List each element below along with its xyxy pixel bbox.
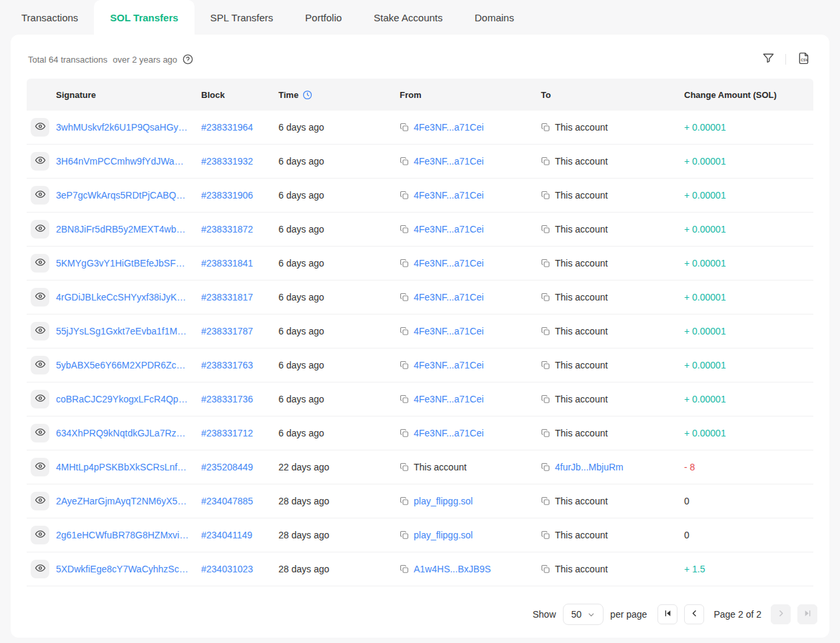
copy-icon[interactable] [541, 326, 550, 336]
signature-link[interactable]: 55jJYsLSg1Gxkt7eEvba1f1M… [56, 326, 187, 336]
copy-icon[interactable] [400, 530, 409, 540]
signature-link[interactable]: 2BN8JiFr5dRB5y2MEXT4wb… [56, 224, 186, 235]
from-address[interactable]: A1w4HS...BxJB9S [414, 564, 491, 574]
to-address[interactable]: This account [555, 530, 608, 540]
copy-icon[interactable] [400, 564, 409, 574]
block-link[interactable]: #238331964 [201, 122, 253, 133]
to-address[interactable]: This account [555, 122, 608, 133]
preview-transaction-button[interactable] [31, 526, 49, 544]
copy-icon[interactable] [400, 259, 409, 268]
block-link[interactable]: #238331736 [201, 394, 253, 404]
copy-icon[interactable] [400, 428, 409, 438]
tab-sol-transfers[interactable]: SOL Transfers [94, 0, 194, 35]
tab-domains[interactable]: Domains [459, 0, 530, 35]
block-link[interactable]: #238331712 [201, 428, 253, 438]
from-address[interactable]: 4Fe3NF...a71Cei [414, 428, 484, 438]
copy-icon[interactable] [541, 530, 550, 540]
from-address[interactable]: 4Fe3NF...a71Cei [414, 190, 484, 201]
signature-link[interactable]: 4MHtLp4pPSKBbXkSCRsLnf… [56, 462, 187, 472]
clock-icon[interactable] [302, 90, 312, 100]
copy-icon[interactable] [541, 191, 550, 200]
copy-icon[interactable] [541, 564, 550, 574]
from-address[interactable]: 4Fe3NF...a71Cei [414, 122, 484, 133]
signature-link[interactable]: coBRaCJC29YkogxLFcR4Qp… [56, 394, 188, 404]
preview-transaction-button[interactable] [31, 492, 49, 510]
last-page-button[interactable] [797, 604, 817, 624]
filter-button[interactable] [761, 51, 776, 68]
to-address[interactable]: This account [555, 394, 608, 404]
preview-transaction-button[interactable] [31, 220, 49, 239]
preview-transaction-button[interactable] [31, 118, 49, 137]
preview-transaction-button[interactable] [31, 288, 49, 307]
block-link[interactable]: #238331932 [201, 156, 253, 167]
help-circle-icon[interactable] [183, 54, 193, 65]
copy-icon[interactable] [541, 428, 550, 438]
copy-icon[interactable] [400, 191, 409, 200]
block-link[interactable]: #238331763 [201, 360, 253, 370]
to-address[interactable]: This account [555, 190, 608, 201]
copy-icon[interactable] [541, 462, 550, 472]
from-address[interactable]: 4Fe3NF...a71Cei [414, 258, 484, 269]
preview-transaction-button[interactable] [31, 390, 49, 408]
copy-icon[interactable] [400, 123, 409, 132]
from-address[interactable]: 4Fe3NF...a71Cei [414, 326, 484, 336]
signature-link[interactable]: 2g61eHCWfuBR78G8HZMxvi… [56, 530, 189, 540]
copy-icon[interactable] [541, 157, 550, 166]
preview-transaction-button[interactable] [31, 458, 49, 476]
first-page-button[interactable] [657, 604, 677, 624]
preview-transaction-button[interactable] [31, 560, 49, 578]
to-address[interactable]: This account [555, 564, 608, 574]
from-address[interactable]: 4Fe3NF...a71Cei [414, 394, 484, 404]
export-csv-button[interactable]: CSV [795, 50, 812, 69]
preview-transaction-button[interactable] [31, 424, 49, 442]
copy-icon[interactable] [400, 157, 409, 166]
signature-link[interactable]: 3eP7gcWkArqs5RDtPjCABQ… [56, 190, 186, 201]
next-page-button[interactable] [771, 604, 791, 624]
preview-transaction-button[interactable] [31, 356, 49, 374]
signature-link[interactable]: 3H64nVmPCCmhw9fYdJWa… [56, 156, 184, 167]
block-link[interactable]: #238331872 [201, 224, 253, 235]
copy-icon[interactable] [400, 293, 409, 302]
from-address[interactable]: play_flipgg.sol [414, 496, 473, 506]
to-address[interactable]: This account [555, 496, 608, 506]
tab-spl-transfers[interactable]: SPL Transfers [195, 0, 289, 35]
prev-page-button[interactable] [684, 604, 704, 624]
copy-icon[interactable] [541, 496, 550, 506]
copy-icon[interactable] [400, 496, 409, 506]
preview-transaction-button[interactable] [31, 186, 49, 205]
to-address[interactable]: This account [555, 360, 608, 370]
preview-transaction-button[interactable] [31, 254, 49, 273]
tab-portfolio[interactable]: Portfolio [289, 0, 358, 35]
to-address[interactable]: This account [555, 156, 608, 167]
preview-transaction-button[interactable] [31, 152, 49, 171]
copy-icon[interactable] [400, 462, 409, 472]
block-link[interactable]: #238331841 [201, 258, 253, 269]
block-link[interactable]: #238331817 [201, 292, 253, 303]
copy-icon[interactable] [541, 259, 550, 268]
from-address[interactable]: play_flipgg.sol [414, 530, 473, 540]
preview-transaction-button[interactable] [31, 322, 49, 340]
from-address[interactable]: 4Fe3NF...a71Cei [414, 156, 484, 167]
to-address[interactable]: This account [555, 224, 608, 235]
copy-icon[interactable] [541, 293, 550, 302]
signature-link[interactable]: 4rGDiJBLkeCcSHYyxf38iJyK… [56, 292, 186, 303]
tab-stake-accounts[interactable]: Stake Accounts [358, 0, 458, 35]
to-address[interactable]: This account [555, 292, 608, 303]
copy-icon[interactable] [400, 326, 409, 336]
from-address[interactable]: This account [414, 462, 466, 472]
block-link[interactable]: #234041149 [201, 530, 252, 540]
copy-icon[interactable] [541, 394, 550, 404]
copy-icon[interactable] [541, 123, 550, 132]
copy-icon[interactable] [400, 394, 409, 404]
signature-link[interactable]: 5XDwkfiEge8cY7WaCyhhzSc… [56, 564, 189, 574]
from-address[interactable]: 4Fe3NF...a71Cei [414, 224, 484, 235]
block-link[interactable]: #238331906 [201, 190, 253, 201]
to-address[interactable]: 4furJb...MbjuRm [555, 462, 624, 472]
copy-icon[interactable] [400, 360, 409, 370]
signature-link[interactable]: 3whMUskvf2k6U1P9QsaHGy… [56, 122, 188, 133]
block-link[interactable]: #234047885 [201, 496, 253, 506]
to-address[interactable]: This account [555, 428, 608, 438]
copy-icon[interactable] [400, 225, 409, 234]
from-address[interactable]: 4Fe3NF...a71Cei [414, 360, 484, 370]
from-address[interactable]: 4Fe3NF...a71Cei [414, 292, 484, 303]
